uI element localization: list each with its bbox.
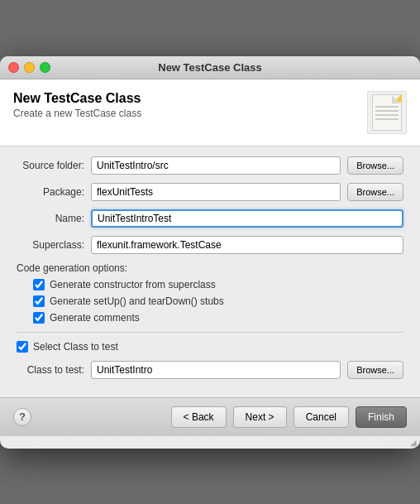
superclass-input[interactable] bbox=[91, 236, 403, 254]
header-title: New TestCase Class bbox=[13, 91, 360, 106]
checkbox-setup-label: Generate setUp() and tearDown() stubs bbox=[50, 295, 224, 307]
back-button[interactable]: < Back bbox=[171, 406, 227, 428]
name-label: Name: bbox=[17, 213, 91, 224]
code-gen-label: Code generation options: bbox=[17, 262, 403, 274]
divider bbox=[17, 332, 403, 333]
doc-line bbox=[375, 118, 399, 120]
dialog-window: New TestCase Class New TestCase Class Cr… bbox=[0, 56, 420, 449]
select-class-checkbox[interactable] bbox=[17, 341, 28, 353]
header-icon bbox=[367, 91, 407, 134]
browse-package-button[interactable]: Browse... bbox=[347, 183, 403, 201]
select-class-label: Select Class to test bbox=[33, 341, 118, 353]
window-title: New TestCase Class bbox=[158, 61, 262, 74]
class-to-test-row: Class to test: Browse... bbox=[17, 361, 403, 379]
cancel-button[interactable]: Cancel bbox=[294, 406, 349, 428]
doc-highlight bbox=[394, 94, 402, 103]
traffic-lights bbox=[8, 62, 50, 73]
source-folder-label: Source folder: bbox=[17, 160, 91, 171]
finish-button[interactable]: Finish bbox=[356, 406, 407, 428]
close-button[interactable] bbox=[8, 62, 19, 73]
class-to-test-label: Class to test: bbox=[17, 364, 91, 376]
next-button[interactable]: Next > bbox=[233, 406, 287, 428]
checkbox-constructor-row: Generate constructor from superclass bbox=[33, 279, 403, 290]
superclass-row: Superclass: bbox=[17, 236, 403, 254]
checkbox-constructor-label: Generate constructor from superclass bbox=[50, 279, 216, 290]
class-to-test-input[interactable] bbox=[91, 361, 341, 379]
source-folder-input[interactable] bbox=[91, 156, 341, 175]
doc-line bbox=[375, 110, 399, 112]
checkbox-comments-label: Generate comments bbox=[50, 312, 140, 324]
doc-line bbox=[375, 106, 399, 108]
header-text: New TestCase Class Create a new TestCase… bbox=[13, 91, 360, 119]
checkbox-constructor[interactable] bbox=[33, 279, 45, 290]
checkbox-comments[interactable] bbox=[33, 312, 45, 324]
checkbox-setup[interactable] bbox=[33, 295, 45, 307]
title-bar: New TestCase Class bbox=[0, 56, 420, 79]
maximize-button[interactable] bbox=[40, 62, 50, 73]
source-folder-row: Source folder: Browse... bbox=[17, 156, 403, 175]
doc-lines bbox=[375, 106, 399, 122]
help-button[interactable]: ? bbox=[13, 408, 31, 426]
browse-class-button[interactable]: Browse... bbox=[347, 361, 403, 379]
form-area: Source folder: Browse... Package: Browse… bbox=[0, 146, 420, 397]
package-input[interactable] bbox=[91, 183, 341, 201]
package-label: Package: bbox=[17, 186, 91, 198]
browse-source-button[interactable]: Browse... bbox=[347, 156, 403, 175]
header-subtitle: Create a new TestCase class bbox=[13, 108, 360, 119]
checkbox-comments-row: Generate comments bbox=[33, 312, 403, 324]
minimize-button[interactable] bbox=[24, 62, 35, 73]
header-section: New TestCase Class Create a new TestCase… bbox=[0, 79, 420, 146]
button-bar: ? < Back Next > Cancel Finish bbox=[0, 397, 420, 436]
select-class-row: Select Class to test bbox=[17, 341, 403, 353]
resize-handle[interactable]: ◢ bbox=[0, 436, 420, 449]
package-row: Package: Browse... bbox=[17, 183, 403, 201]
doc-line bbox=[375, 114, 399, 116]
checkbox-setup-row: Generate setUp() and tearDown() stubs bbox=[33, 295, 403, 307]
superclass-label: Superclass: bbox=[17, 239, 91, 251]
name-input[interactable] bbox=[91, 209, 403, 228]
name-row: Name: bbox=[17, 209, 403, 228]
document-icon bbox=[372, 94, 402, 131]
